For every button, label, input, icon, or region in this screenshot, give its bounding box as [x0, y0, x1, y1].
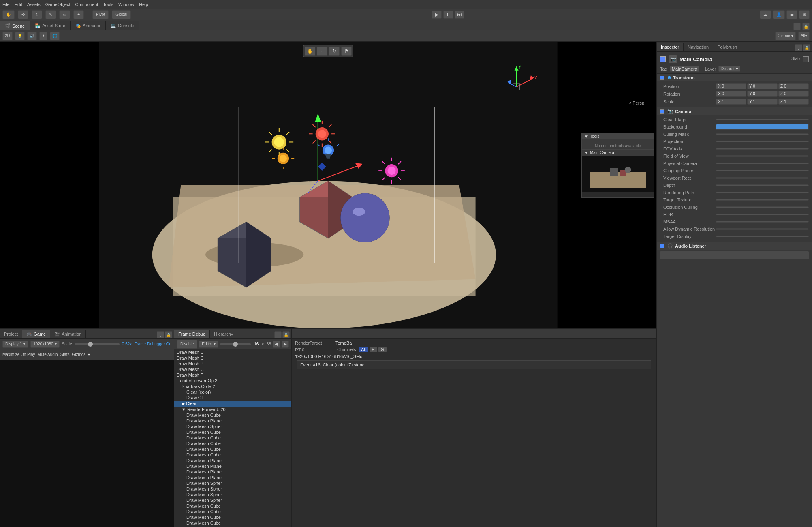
scale-value[interactable]: X 1 Y 1 Z 1 — [716, 99, 809, 105]
skybox-btn[interactable]: 🌐 — [50, 32, 60, 40]
field-value[interactable] — [716, 124, 809, 130]
field-value[interactable] — [716, 214, 809, 215]
play-button[interactable]: ▶ — [432, 11, 442, 19]
tab-polybrush[interactable]: Polybrush — [713, 43, 741, 51]
gizmos-btn[interactable]: Gizmos ▾ — [775, 32, 796, 40]
hierarchy-item-rf-op[interactable]: RenderForwardOp 2 — [174, 378, 291, 383]
move-tool-scene[interactable]: ↔ — [317, 47, 327, 56]
audio-btn[interactable]: 🔊 — [27, 32, 37, 40]
audio-listener-header[interactable]: 🎧 Audio Listener — [657, 242, 812, 250]
field-value[interactable] — [716, 148, 809, 150]
camera-header[interactable]: 📷 Camera — [657, 107, 812, 115]
field-value[interactable] — [716, 184, 809, 186]
r-channel-btn[interactable]: R — [370, 347, 377, 352]
tab-animator[interactable]: 🎭 Animator — [71, 21, 106, 30]
nav-prev[interactable]: ◀ — [273, 341, 280, 348]
combined-tool[interactable]: ✦ — [73, 10, 84, 19]
all-channel-btn[interactable]: All — [359, 347, 368, 352]
field-value[interactable] — [716, 141, 809, 142]
game-gizmos-label[interactable]: Gizmos — [72, 352, 85, 357]
menu-window[interactable]: Window — [118, 2, 134, 7]
menu-help[interactable]: Help — [139, 2, 148, 7]
hierarchy-item-dmc-7[interactable]: Draw Mesh Cube — [174, 503, 291, 509]
menu-file[interactable]: File — [2, 2, 10, 7]
hierarchy-item-draw-gl[interactable]: Draw GL — [174, 395, 291, 401]
field-value[interactable] — [716, 163, 809, 164]
lighting-btn[interactable]: 💡 — [15, 32, 25, 40]
hierarchy-item-dms-5[interactable]: Draw Mesh Spher — [174, 497, 291, 503]
hand-tool-scene[interactable]: ✋ — [305, 47, 315, 56]
hierarchy-item-dmp-5[interactable]: Draw Mesh Plane — [174, 475, 291, 480]
tab-hierarchy[interactable]: Hierarchy — [210, 330, 237, 338]
audio-listener-checkbox[interactable] — [660, 244, 664, 248]
hierarchy-item-dmp-3[interactable]: Draw Mesh Plane — [174, 463, 291, 469]
fd-lock[interactable]: 🔒 — [282, 331, 290, 338]
tab-console[interactable]: 💻 Console — [106, 21, 139, 30]
field-value[interactable] — [716, 199, 809, 201]
nav-next[interactable]: ▶ — [282, 341, 289, 348]
hierarchy-item-dmp-1[interactable]: Draw Mesh Plane — [174, 418, 291, 424]
pause-button[interactable]: ⏸ — [443, 11, 453, 19]
flag-tool-scene[interactable]: ⚑ — [341, 47, 352, 56]
account-btn[interactable]: 👤 — [773, 10, 785, 19]
global-btn[interactable]: Global — [112, 10, 131, 19]
scene-viewport[interactable]: Y X ✋ ↔ ↻ ⚑ < Pers — [0, 42, 656, 328]
hierarchy-item-dmc-6[interactable]: Draw Mesh Cube — [174, 452, 291, 458]
hierarchy-item-dmp-2[interactable]: Draw Mesh Plane — [174, 458, 291, 463]
move-tool[interactable]: ✛ — [18, 10, 28, 19]
hierarchy-item-dmc-2[interactable]: Draw Mesh Cube — [174, 429, 291, 435]
object-active-checkbox[interactable] — [660, 56, 666, 62]
tab-scene[interactable]: 🎬 Scene — [0, 21, 30, 30]
hand-tool[interactable]: ✋ — [2, 10, 15, 19]
step-button[interactable]: ⏭ — [455, 11, 464, 19]
hierarchy-item-rf-i20[interactable]: ▼ RenderForward.I20 — [174, 407, 291, 412]
transform-header[interactable]: ⊕ Transform — [657, 74, 812, 81]
fd-nav-slider[interactable] — [220, 343, 250, 345]
hierarchy-item-shadows[interactable]: Shadows.Colle 2 — [174, 383, 291, 389]
2d-toggle[interactable]: 2D — [2, 32, 13, 40]
layout-btn[interactable]: ⊞ — [799, 10, 810, 19]
hierarchy-item-dmc-3[interactable]: Draw Mesh Cube — [174, 435, 291, 441]
camera-checkbox[interactable] — [660, 109, 664, 114]
rotate-tool-scene[interactable]: ↻ — [329, 47, 340, 56]
transform-checkbox[interactable] — [660, 76, 664, 80]
hierarchy-item-dmc-5[interactable]: Draw Mesh Cube — [174, 446, 291, 452]
tab-navigation[interactable]: Navigation — [684, 43, 713, 51]
display-dropdown[interactable]: Display 1 ▾ — [2, 341, 28, 348]
rect-tool[interactable]: ▭ — [59, 10, 70, 19]
all-layers-btn[interactable]: All ▾ — [798, 32, 810, 40]
maximize-label[interactable]: Maximize On Play — [2, 352, 35, 357]
hierarchy-item-dmc-4[interactable]: Draw Mesh Cube — [174, 441, 291, 446]
field-value[interactable] — [716, 177, 809, 179]
field-value[interactable] — [716, 133, 809, 135]
field-value[interactable] — [716, 170, 809, 171]
stats-label[interactable]: Stats — [60, 352, 70, 357]
hierarchy-item-dmc-1[interactable]: Draw Mesh Cube — [174, 412, 291, 418]
field-value[interactable] — [716, 206, 809, 208]
hierarchy-item-dmc-8[interactable]: Draw Mesh Cube — [174, 509, 291, 514]
tab-game[interactable]: 🎮 Game — [22, 330, 50, 338]
tab-animation[interactable]: 🎬 Animation — [50, 330, 86, 338]
pivot-btn[interactable]: Pivot — [92, 10, 109, 19]
field-value[interactable] — [716, 221, 809, 223]
menu-gameobject[interactable]: GameObject — [45, 2, 71, 7]
fd-options[interactable]: ⋮ — [274, 331, 282, 338]
tab-asset-store[interactable]: 🏪 Asset Store — [30, 21, 71, 30]
disable-btn[interactable]: Disable — [177, 340, 197, 349]
resolution-dropdown[interactable]: 1920x1080 ▾ — [30, 341, 60, 348]
position-value[interactable]: X 0 Y 0 Z 0 — [716, 83, 809, 89]
hierarchy-item-dmp-4[interactable]: Draw Mesh Plane — [174, 469, 291, 475]
hierarchy-item-dm-cube-3[interactable]: Draw Mesh C — [174, 366, 291, 372]
hierarchy-item-dm-cube-2[interactable]: Draw Mesh C — [174, 355, 291, 361]
bottom-left-options[interactable]: ⋮ — [157, 331, 164, 338]
layers-btn[interactable]: ☰ — [786, 10, 797, 19]
static-checkbox[interactable] — [803, 56, 809, 62]
hierarchy-item-dmc-9[interactable]: Draw Mesh Cube — [174, 514, 291, 520]
field-value[interactable] — [716, 155, 809, 157]
tab-project[interactable]: Project — [0, 330, 22, 338]
g-channel-btn[interactable]: G — [378, 347, 387, 352]
scale-tool[interactable]: ⤡ — [45, 10, 56, 19]
bottom-left-lock[interactable]: 🔒 — [165, 331, 172, 338]
hierarchy-item-dmc-10[interactable]: Draw Mesh Cube — [174, 520, 291, 526]
field-value[interactable] — [716, 119, 809, 120]
